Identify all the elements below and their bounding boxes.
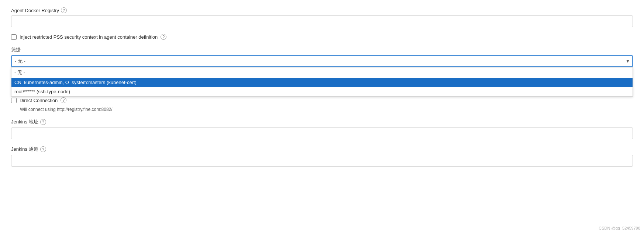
direct-connection-checkbox[interactable] [11, 98, 17, 103]
credentials-selected-value: - 无 - [15, 58, 25, 64]
direct-connection-row: Direct Connection ? [11, 97, 633, 103]
credentials-section: 凭据 - 无 - ▼ - 无 - CN=kubernetes-admin, O=… [11, 46, 633, 67]
credentials-label-text: 凭据 [11, 46, 21, 53]
agent-docker-registry-label: Agent Docker Registry ? [11, 7, 633, 13]
jenkins-channel-label: Jenkins 通道 ? [11, 146, 633, 153]
jenkins-channel-input[interactable] [11, 155, 633, 167]
direct-connection-hint: Will connect using http://registry.fine.… [20, 107, 633, 112]
jenkins-address-label-text: Jenkins 地址 [11, 119, 38, 125]
jenkins-channel-section: Jenkins 通道 ? [11, 146, 633, 167]
jenkins-address-input[interactable] [11, 128, 633, 139]
inject-pss-label: Inject restricted PSS security context i… [20, 34, 158, 40]
inject-pss-help-icon[interactable]: ? [161, 34, 166, 40]
jenkins-channel-label-text: Jenkins 通道 [11, 146, 38, 153]
jenkins-channel-help-icon[interactable]: ? [40, 146, 46, 152]
jenkins-address-section: Jenkins 地址 ? [11, 119, 633, 139]
credentials-dropdown-list: - 无 - CN=kubernetes-admin, O=system:mast… [11, 67, 633, 97]
inject-pss-row: Inject restricted PSS security context i… [11, 34, 633, 40]
credentials-label: 凭据 [11, 46, 633, 53]
label-text: Agent Docker Registry [11, 8, 59, 13]
credentials-select-wrapper: - 无 - ▼ - 无 - CN=kubernetes-admin, O=sys… [11, 55, 633, 67]
jenkins-address-help-icon[interactable]: ? [40, 119, 46, 125]
direct-connection-label: Direct Connection [20, 98, 58, 103]
dropdown-item-none[interactable]: - 无 - [11, 67, 633, 78]
dropdown-item-ssh-type-node[interactable]: root/****** (ssh-type-node) [11, 87, 633, 96]
direct-connection-section: Direct Connection ? Will connect using h… [11, 97, 633, 112]
inject-pss-checkbox[interactable] [11, 34, 17, 40]
credentials-select-display[interactable]: - 无 - [11, 55, 633, 67]
inject-pss-section: Inject restricted PSS security context i… [11, 34, 633, 40]
agent-docker-registry-section: Agent Docker Registry ? [11, 7, 633, 27]
agent-docker-registry-help-icon[interactable]: ? [61, 7, 67, 13]
direct-connection-help-icon[interactable]: ? [61, 97, 66, 103]
agent-docker-registry-input[interactable] [11, 15, 633, 27]
jenkins-address-label: Jenkins 地址 ? [11, 119, 633, 125]
dropdown-item-kubenet-cert[interactable]: CN=kubernetes-admin, O=system:masters (k… [11, 78, 633, 87]
